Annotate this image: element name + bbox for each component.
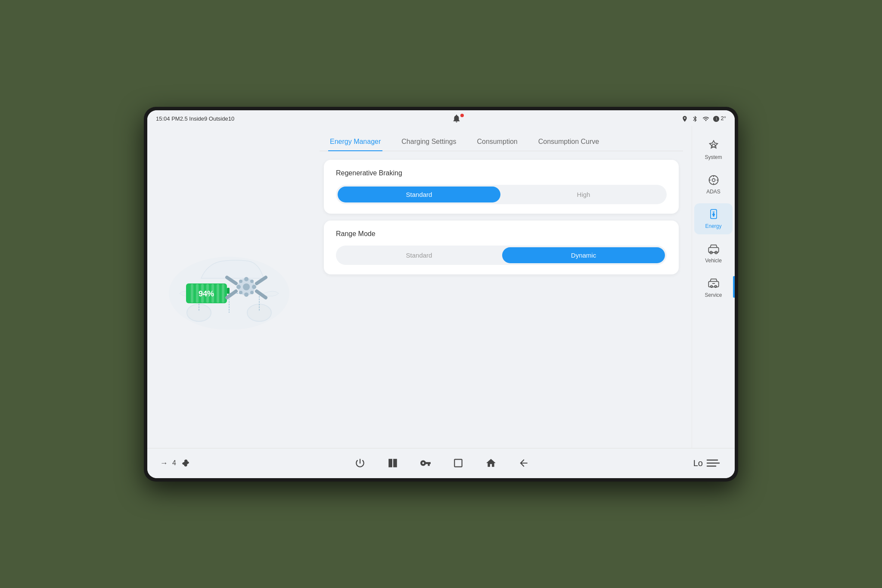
regen-high-btn[interactable]: High xyxy=(502,187,665,202)
range-dynamic-btn[interactable]: Dynamic xyxy=(502,247,665,263)
regen-braking-toggle-group: Standard High xyxy=(336,185,667,204)
bell-icon xyxy=(452,114,461,123)
status-right: 2° xyxy=(681,115,726,122)
svg-point-15 xyxy=(243,283,250,290)
range-mode-title: Range Mode xyxy=(336,230,667,238)
left-panel: 94% xyxy=(147,126,311,448)
svg-rect-6 xyxy=(227,288,230,294)
notification-bell[interactable] xyxy=(452,114,464,124)
svg-point-19 xyxy=(252,285,256,289)
status-left: 15:04 PM2.5 Inside9 Outside10 xyxy=(156,115,234,122)
svg-point-30 xyxy=(712,178,715,181)
svg-point-16 xyxy=(244,277,248,281)
energy-label: Energy xyxy=(705,223,721,229)
bottom-bar-left: ← 4 xyxy=(160,458,191,468)
bluetooth-icon xyxy=(692,115,699,122)
main-area: 94% xyxy=(147,126,735,448)
range-standard-btn[interactable]: Standard xyxy=(338,247,500,263)
home-icon[interactable] xyxy=(485,457,497,469)
bottom-bar-right: Lo xyxy=(693,457,722,469)
tab-energy-manager[interactable]: Energy Manager xyxy=(328,134,382,151)
range-mode-card: Range Mode Standard Dynamic xyxy=(324,221,679,274)
sidebar-item-system[interactable]: System xyxy=(694,134,733,165)
battery-block: 94% xyxy=(186,283,230,303)
regen-standard-btn[interactable]: Standard xyxy=(338,187,500,202)
status-bar: 15:04 PM2.5 Inside9 Outside10 xyxy=(147,110,735,126)
fan-speed-num: 4 xyxy=(172,459,176,467)
sidebar-item-energy[interactable]: Energy xyxy=(694,203,733,234)
back-arrow-icon: ← xyxy=(160,459,168,468)
settings-area: Regenerative Braking Standard High Range… xyxy=(320,160,683,274)
energy-icon xyxy=(708,208,720,221)
signal-icon xyxy=(702,115,710,122)
vehicle-label: Vehicle xyxy=(705,258,722,264)
service-icon xyxy=(708,277,720,289)
range-mode-toggle-group: Standard Dynamic xyxy=(336,246,667,265)
location-icon xyxy=(681,115,688,122)
svg-point-21 xyxy=(250,280,254,283)
svg-rect-40 xyxy=(708,281,718,287)
regenerative-braking-card: Regenerative Braking Standard High xyxy=(324,160,679,214)
temperature-display: 2° xyxy=(713,115,726,122)
temp-icon xyxy=(713,115,719,122)
svg-point-41 xyxy=(711,285,713,287)
adas-label: ADAS xyxy=(706,189,721,195)
fan-icon xyxy=(180,458,191,468)
tab-charging-settings[interactable]: Charging Settings xyxy=(400,134,458,151)
tab-consumption[interactable]: Consumption xyxy=(475,134,519,151)
back-icon[interactable] xyxy=(518,457,529,469)
car-visualization: 94% xyxy=(156,227,302,347)
climate-lo-label: Lo xyxy=(693,458,703,468)
regen-braking-title: Regenerative Braking xyxy=(336,169,667,177)
tab-consumption-curve[interactable]: Consumption Curve xyxy=(537,134,601,151)
sidebar-item-service[interactable]: Service xyxy=(694,272,733,303)
system-icon xyxy=(708,140,720,152)
right-sidebar: System ADAS xyxy=(692,126,735,448)
sidebar-item-adas[interactable]: ADAS xyxy=(694,169,733,200)
center-panel: Energy Manager Charging Settings Consump… xyxy=(311,126,692,448)
sidebar-active-indicator xyxy=(733,276,735,298)
status-text: 15:04 PM2.5 Inside9 Outside10 xyxy=(156,115,234,122)
svg-point-20 xyxy=(239,280,242,283)
split-screen-icon[interactable] xyxy=(387,457,398,469)
svg-point-42 xyxy=(714,285,717,287)
sidebar-item-vehicle[interactable]: Vehicle xyxy=(694,238,733,269)
svg-point-23 xyxy=(250,291,254,294)
screen-inner: 15:04 PM2.5 Inside9 Outside10 xyxy=(147,110,735,478)
key-icon[interactable] xyxy=(420,457,431,469)
car-svg: 94% xyxy=(156,227,302,347)
svg-point-22 xyxy=(239,291,242,294)
square-icon[interactable] xyxy=(453,457,464,469)
adas-icon xyxy=(708,174,720,186)
tab-bar: Energy Manager Charging Settings Consump… xyxy=(320,130,683,151)
bottom-bar: ← 4 xyxy=(147,448,735,478)
svg-point-18 xyxy=(236,285,241,289)
wind-icon xyxy=(706,457,722,469)
screen-outer: 15:04 PM2.5 Inside9 Outside10 xyxy=(144,107,738,482)
notification-dot xyxy=(460,114,464,117)
svg-point-17 xyxy=(244,292,248,297)
vehicle-icon xyxy=(708,243,720,255)
battery-pct-text: 94% xyxy=(199,289,214,298)
bottom-bar-center xyxy=(354,457,529,469)
power-icon[interactable] xyxy=(354,457,366,469)
system-label: System xyxy=(705,154,722,160)
service-label: Service xyxy=(705,292,722,298)
